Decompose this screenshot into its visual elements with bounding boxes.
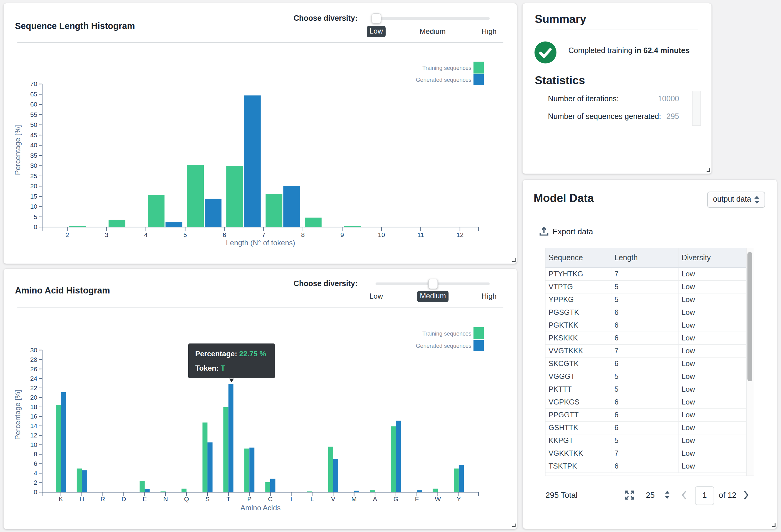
- svg-text:H: H: [80, 495, 84, 502]
- svg-text:4: 4: [34, 469, 38, 477]
- svg-text:7: 7: [262, 231, 265, 238]
- svg-text:5: 5: [34, 213, 38, 220]
- svg-text:24: 24: [30, 375, 38, 382]
- svg-text:2: 2: [34, 479, 38, 486]
- svg-text:Generated sequences: Generated sequences: [416, 77, 471, 83]
- svg-text:50: 50: [30, 121, 37, 128]
- svg-text:W: W: [435, 495, 441, 502]
- svg-text:C: C: [268, 495, 273, 502]
- svg-text:65: 65: [30, 91, 37, 97]
- svg-text:10: 10: [30, 441, 37, 448]
- svg-text:Q: Q: [184, 495, 189, 502]
- svg-text:K: K: [59, 495, 63, 502]
- svg-text:30: 30: [30, 162, 37, 169]
- svg-text:14: 14: [30, 422, 38, 429]
- svg-text:22: 22: [30, 384, 37, 392]
- svg-text:L: L: [310, 495, 314, 502]
- svg-text:R: R: [100, 495, 105, 502]
- svg-text:Y: Y: [457, 495, 461, 502]
- svg-text:F: F: [415, 495, 419, 502]
- svg-text:T: T: [227, 495, 230, 502]
- svg-text:Percentage [%]: Percentage [%]: [13, 125, 22, 175]
- svg-text:26: 26: [30, 365, 37, 372]
- svg-text:12: 12: [456, 231, 463, 238]
- svg-text:45: 45: [30, 131, 37, 138]
- svg-text:20: 20: [30, 182, 37, 190]
- svg-text:12: 12: [30, 432, 37, 439]
- svg-text:Training sequences: Training sequences: [422, 330, 471, 337]
- svg-text:6: 6: [223, 231, 227, 238]
- svg-text:6: 6: [34, 460, 38, 467]
- svg-text:V: V: [331, 495, 335, 502]
- svg-text:10: 10: [378, 231, 385, 238]
- svg-text:E: E: [142, 495, 147, 502]
- svg-text:0: 0: [34, 223, 38, 230]
- svg-text:4: 4: [144, 231, 148, 238]
- svg-text:Percentage [%]: Percentage [%]: [13, 390, 22, 440]
- svg-text:N: N: [163, 495, 168, 502]
- svg-text:10: 10: [30, 203, 37, 210]
- svg-text:P: P: [247, 495, 251, 502]
- svg-text:G: G: [394, 495, 399, 502]
- svg-text:I: I: [290, 495, 292, 502]
- svg-text:8: 8: [34, 451, 38, 458]
- svg-text:M: M: [352, 495, 357, 502]
- svg-text:5: 5: [183, 231, 187, 238]
- svg-text:70: 70: [30, 80, 37, 87]
- svg-text:9: 9: [340, 231, 344, 238]
- svg-text:15: 15: [30, 193, 37, 200]
- svg-text:60: 60: [30, 101, 37, 108]
- svg-text:Generated sequences: Generated sequences: [416, 342, 471, 349]
- svg-text:28: 28: [30, 356, 37, 363]
- svg-text:2: 2: [66, 231, 69, 238]
- svg-text:8: 8: [301, 231, 305, 238]
- svg-text:Percentage: 22.75 %: Percentage: 22.75 %: [195, 350, 266, 358]
- svg-text:18: 18: [30, 403, 37, 410]
- svg-text:Amino Acids: Amino Acids: [240, 504, 281, 512]
- svg-text:35: 35: [30, 152, 37, 159]
- svg-text:A: A: [373, 495, 377, 502]
- svg-text:0: 0: [34, 488, 38, 495]
- svg-text:D: D: [121, 495, 126, 502]
- svg-text:Token: T: Token: T: [195, 364, 225, 372]
- svg-text:30: 30: [30, 346, 37, 354]
- svg-text:S: S: [205, 495, 210, 502]
- svg-text:16: 16: [30, 413, 37, 420]
- svg-text:20: 20: [30, 394, 37, 401]
- svg-text:25: 25: [30, 172, 37, 179]
- svg-text:55: 55: [30, 111, 37, 118]
- svg-text:3: 3: [105, 231, 109, 238]
- svg-text:Length (N° of tokens): Length (N° of tokens): [226, 239, 295, 247]
- svg-text:11: 11: [417, 231, 424, 238]
- svg-text:Training sequences: Training sequences: [422, 65, 471, 71]
- svg-text:40: 40: [30, 141, 37, 149]
